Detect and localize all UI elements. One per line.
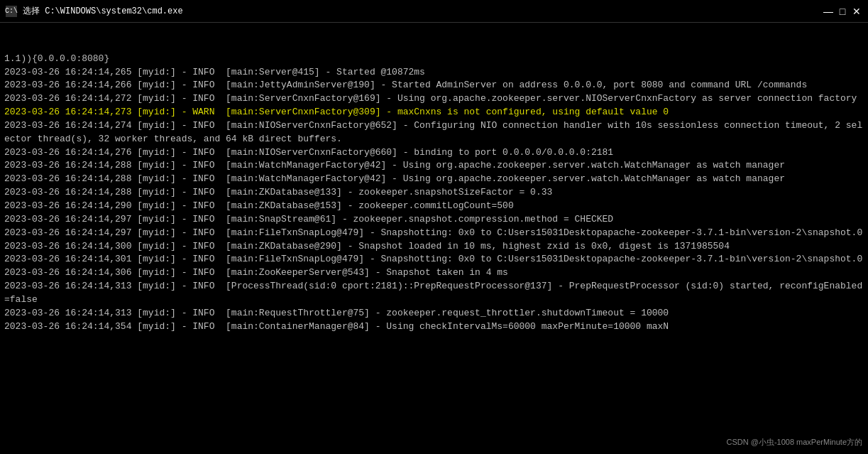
console-line: 1.1)){0.0.0.0:8080} [4,53,864,66]
console-line: 2023-03-26 16:24:14,290 [myid:] - INFO [… [4,200,864,213]
console-line: 2023-03-26 16:24:14,274 [myid:] - INFO [… [4,119,864,146]
console-line: 2023-03-26 16:24:14,297 [myid:] - INFO [… [4,227,864,240]
title-bar-left: C:\ 选择 C:\WINDOWS\system32\cmd.exe [6,5,183,17]
console-line: 2023-03-26 16:24:14,301 [myid:] - INFO [… [4,253,864,266]
minimize-button[interactable]: — [823,6,834,17]
console-line: 2023-03-26 16:24:14,354 [myid:] - INFO [… [4,320,864,334]
title-bar: C:\ 选择 C:\WINDOWS\system32\cmd.exe — □ ✕ [0,0,868,23]
console-line: 2023-03-26 16:24:14,272 [myid:] - INFO [… [4,92,864,106]
console-line: 2023-03-26 16:24:14,266 [myid:] - INFO [… [4,79,864,92]
cmd-icon: C:\ [6,6,17,17]
console-line: 2023-03-26 16:24:14,297 [myid:] - INFO [… [4,213,864,227]
console-line: 2023-03-26 16:24:14,273 [myid:] - WARN [… [4,106,864,119]
watermark: CSDN @小虫-1008 maxPerMinute方的 [727,437,863,448]
console-line: 2023-03-26 16:24:14,276 [myid:] - INFO [… [4,146,864,160]
console-line: 2023-03-26 16:24:14,313 [myid:] - INFO [… [4,307,864,320]
console-line: 2023-03-26 16:24:14,313 [myid:] - INFO [… [4,280,864,307]
window-controls: — □ ✕ [823,6,862,17]
console-line: 2023-03-26 16:24:14,306 [myid:] - INFO [… [4,266,864,280]
window-title: 选择 C:\WINDOWS\system32\cmd.exe [23,5,183,17]
window: C:\ 选择 C:\WINDOWS\system32\cmd.exe — □ ✕… [0,0,868,454]
close-button[interactable]: ✕ [851,6,862,17]
console-line: 2023-03-26 16:24:14,288 [myid:] - INFO [… [4,186,864,200]
console-line: 2023-03-26 16:24:14,288 [myid:] - INFO [… [4,159,864,173]
console-output: 1.1)){0.0.0.0:8080}2023-03-26 16:24:14,2… [0,23,868,454]
console-line: 2023-03-26 16:24:14,265 [myid:] - INFO [… [4,66,864,80]
console-line: 2023-03-26 16:24:14,288 [myid:] - INFO [… [4,173,864,186]
console-line: 2023-03-26 16:24:14,300 [myid:] - INFO [… [4,240,864,254]
maximize-button[interactable]: □ [837,6,848,17]
